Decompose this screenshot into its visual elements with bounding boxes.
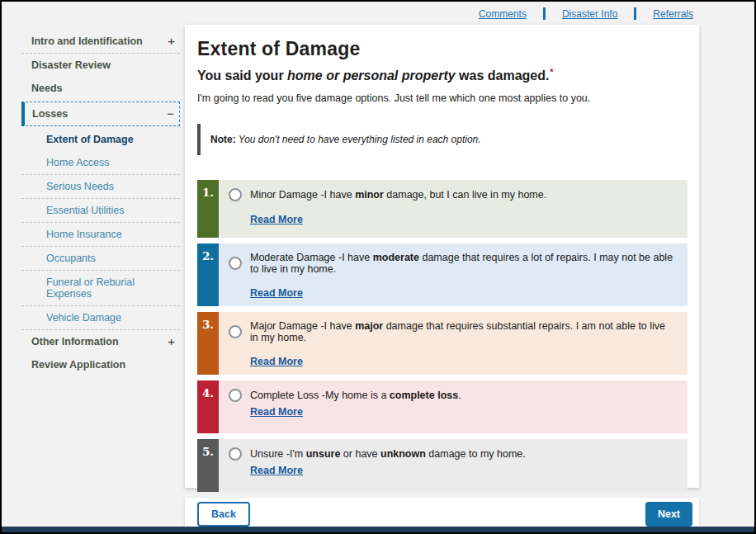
top-nav: Comments Disaster Info Referrals: [479, 7, 693, 20]
sidebar-subitem-funeral-or-reburial-expenses[interactable]: Funeral or Reburial Expenses: [21, 271, 180, 306]
option-4-radio[interactable]: [229, 389, 242, 402]
question-text: You said your home or personal property …: [197, 68, 687, 83]
nav-separator: [543, 7, 546, 20]
sidebar-item-losses[interactable]: Losses −: [21, 102, 180, 126]
option-1-read-more-link[interactable]: Read More: [250, 214, 303, 225]
option-4-label: Complete Loss -My home is a complete los…: [250, 390, 461, 401]
option-row-complete-loss[interactable]: 4. Complete Loss -My home is a complete …: [197, 380, 687, 433]
option-number-badge: 1.: [197, 180, 219, 238]
option-4-read-more-link[interactable]: Read More: [250, 406, 303, 418]
option-3-radio[interactable]: [229, 325, 242, 338]
sidebar-subitem-essential-utilities[interactable]: Essential Utilities: [21, 199, 180, 223]
sidebar-subitem-vehicle-damage[interactable]: Vehicle Damage: [21, 306, 180, 330]
option-number-badge: 5.: [197, 439, 219, 492]
sidebar-item-label: Needs: [31, 83, 63, 94]
page-title: Extent of Damage: [197, 38, 687, 60]
note-text: You don't need to have everything listed…: [236, 134, 481, 145]
main-content: Extent of Damage You said your home or p…: [185, 25, 699, 488]
required-asterisk: *: [550, 68, 553, 77]
nav-separator: [634, 7, 636, 20]
expand-icon[interactable]: +: [168, 37, 175, 45]
option-row-unsure[interactable]: 5. Unsure -I'm unsure or have unknown da…: [197, 439, 687, 492]
note-label: Note:: [210, 134, 236, 145]
sidebar-item-label: Review Application: [31, 359, 125, 371]
sidebar-item-needs[interactable]: Needs: [21, 77, 180, 100]
option-number-badge: 3.: [197, 312, 219, 375]
option-5-read-more-link[interactable]: Read More: [250, 465, 303, 476]
nav-link-disaster-info[interactable]: Disaster Info: [562, 8, 617, 20]
option-1-label: Minor Damage -I have minor damage, but I…: [250, 189, 546, 201]
sidebar-subitem-occupants[interactable]: Occupants: [21, 247, 180, 271]
nav-link-comments[interactable]: Comments: [479, 8, 527, 20]
sidebar-item-label: Disaster Review: [31, 59, 111, 71]
note-box: Note: You don't need to have everything …: [197, 124, 687, 155]
sidebar-subitem-home-insurance[interactable]: Home Insurance: [21, 223, 180, 247]
sidebar-item-other-information[interactable]: Other Information +: [21, 330, 180, 353]
sidebar-item-intro-and-identification[interactable]: Intro and Identification +: [21, 30, 180, 54]
option-3-label: Major Damage -I have major damage that r…: [250, 320, 676, 343]
option-row-minor-damage[interactable]: 1. Minor Damage -I have minor damage, bu…: [197, 180, 687, 238]
option-number-badge: 2.: [197, 243, 219, 306]
back-button[interactable]: Back: [197, 502, 250, 527]
option-2-read-more-link[interactable]: Read More: [250, 287, 303, 299]
option-1-radio[interactable]: [229, 188, 242, 201]
option-5-label: Unsure -I'm unsure or have unknown damag…: [250, 448, 526, 460]
footer-action-bar: Back Next: [185, 498, 699, 531]
sidebar-item-label: Other Information: [31, 336, 119, 347]
option-3-read-more-link[interactable]: Read More: [250, 356, 303, 367]
option-2-label: Moderate Damage -I have moderate damage …: [250, 252, 676, 275]
damage-options-list: 1. Minor Damage -I have minor damage, bu…: [197, 180, 687, 492]
bottom-bar: [2, 527, 754, 532]
sidebar-item-label: Intro and Identification: [31, 35, 143, 47]
expand-icon[interactable]: +: [168, 338, 175, 346]
option-number-badge: 4.: [197, 380, 219, 433]
option-5-radio[interactable]: [229, 447, 242, 461]
sidebar-item-label: Losses: [32, 108, 68, 120]
option-row-moderate-damage[interactable]: 2. Moderate Damage -I have moderate dama…: [197, 243, 687, 306]
option-2-radio[interactable]: [229, 257, 242, 270]
sidebar: Intro and Identification + Disaster Revi…: [21, 30, 180, 376]
collapse-icon[interactable]: −: [167, 110, 174, 118]
sidebar-subitem-extent-of-damage[interactable]: Extent of Damage: [21, 128, 180, 151]
nav-link-referrals[interactable]: Referrals: [653, 8, 693, 20]
sidebar-subitem-home-access[interactable]: Home Access: [21, 151, 180, 175]
sidebar-item-disaster-review[interactable]: Disaster Review: [21, 54, 180, 77]
sidebar-item-review-application[interactable]: Review Application: [21, 353, 180, 376]
option-row-major-damage[interactable]: 3. Major Damage -I have major damage tha…: [197, 312, 687, 375]
sidebar-subitem-serious-needs[interactable]: Serious Needs: [21, 175, 180, 199]
instruction-text: I'm going to read you five damage option…: [197, 92, 687, 104]
next-button[interactable]: Next: [645, 502, 692, 527]
